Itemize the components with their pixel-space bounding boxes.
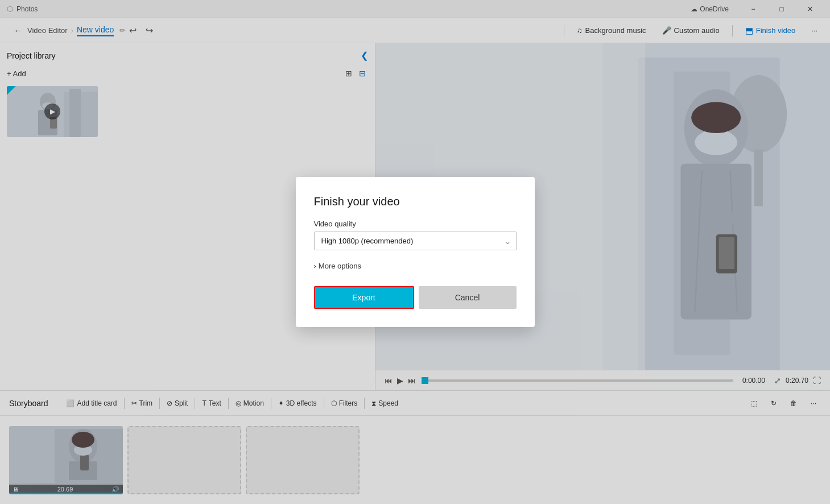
- export-button[interactable]: Export: [314, 286, 414, 309]
- dialog-title: Finish your video: [314, 195, 517, 208]
- quality-select-wrapper: High 1080p (recommended) Medium 720p Low…: [314, 232, 517, 250]
- dialog-overlay: Finish your video Video quality High 108…: [0, 0, 830, 504]
- dialog-actions: Export Cancel: [314, 286, 517, 309]
- finish-video-dialog: Finish your video Video quality High 108…: [296, 177, 535, 327]
- quality-select[interactable]: High 1080p (recommended) Medium 720p Low…: [314, 232, 517, 250]
- chevron-right-icon: ›: [314, 262, 316, 270]
- more-options-button[interactable]: › More options: [314, 259, 362, 272]
- quality-label: Video quality: [314, 220, 517, 228]
- cancel-button[interactable]: Cancel: [419, 286, 517, 309]
- more-options-label: More options: [319, 262, 361, 270]
